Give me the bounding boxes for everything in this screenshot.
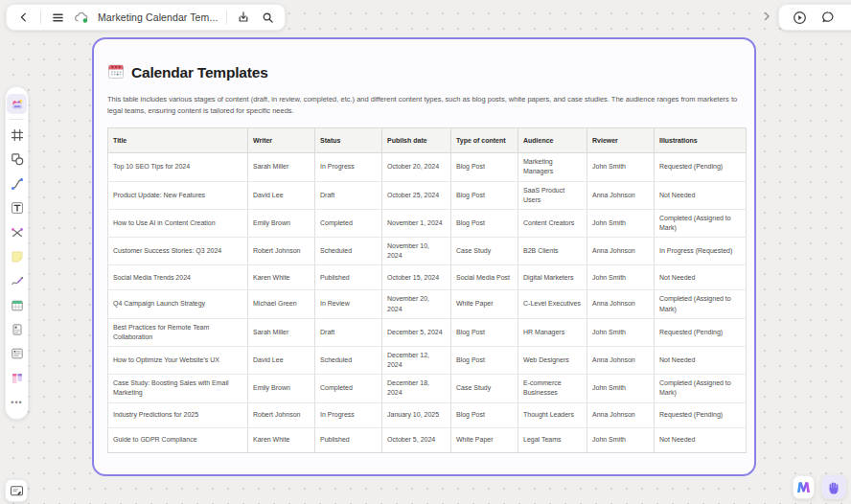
tool-document[interactable] [7, 320, 27, 340]
table-cell[interactable]: Requested (Pending) [655, 318, 747, 346]
table-cell[interactable]: In Progress (Requested) [655, 238, 747, 265]
table-cell[interactable]: David Lee [248, 181, 315, 209]
column-header[interactable]: Writer [248, 128, 315, 153]
table-cell[interactable]: October 15, 2024 [382, 265, 451, 290]
hand-tool-button[interactable] [821, 474, 846, 499]
column-header[interactable]: Status [315, 128, 382, 153]
table-cell[interactable]: Not Needed [655, 427, 747, 452]
table-cell[interactable]: Guide to GDPR Compliance [108, 427, 248, 452]
tool-connector[interactable] [7, 173, 27, 194]
column-header[interactable]: Illustrations [655, 128, 747, 153]
table-cell[interactable]: Blog Post [451, 153, 518, 181]
tool-list[interactable] [7, 344, 27, 364]
tool-frame[interactable] [7, 126, 27, 146]
table-cell[interactable]: In Review [315, 290, 382, 318]
table-cell[interactable]: John Smith [587, 153, 655, 181]
table-cell[interactable]: Completed (Assigned to Mark) [655, 209, 747, 237]
table-cell[interactable]: Completed (Assigned to Mark) [655, 290, 747, 318]
table-cell[interactable]: David Lee [248, 346, 315, 374]
tool-kanban[interactable] [7, 368, 27, 388]
tool-sticky-note[interactable] [7, 246, 27, 266]
table-cell[interactable]: In Progress [315, 402, 382, 427]
table-cell[interactable]: Blog Post [451, 346, 518, 374]
table-cell[interactable]: October 25, 2024 [382, 181, 451, 209]
table-cell[interactable]: White Paper [451, 427, 518, 452]
table-cell[interactable]: Q4 Campaign Launch Strategy [108, 290, 248, 318]
quick-note-button[interactable] [5, 479, 28, 502]
table-cell[interactable]: Blog Post [451, 402, 518, 427]
table-cell[interactable]: Published [315, 265, 382, 290]
table-cell[interactable]: Scheduled [315, 238, 382, 265]
table-cell[interactable]: Industry Predictions for 2025 [108, 402, 248, 427]
table-cell[interactable]: Marketing Managers [518, 153, 587, 181]
table-cell[interactable]: Not Needed [655, 181, 747, 209]
table-cell[interactable]: Top 10 SEO Tips for 2024 [108, 153, 248, 181]
table-cell[interactable]: Digital Marketers [518, 265, 587, 290]
table-cell[interactable]: B2B Clients [518, 238, 587, 265]
table-cell[interactable]: SaaS Product Users [518, 181, 587, 209]
table-cell[interactable]: Anna Johnson [587, 238, 655, 265]
comment-icon[interactable] [820, 10, 836, 25]
back-icon[interactable] [16, 10, 32, 25]
tool-more[interactable]: ••• [7, 393, 27, 413]
table-cell[interactable]: Not Needed [655, 265, 747, 290]
table-cell[interactable]: January 10, 2025 [382, 402, 451, 427]
table-cell[interactable]: Anna Johnson [587, 181, 655, 209]
table-cell[interactable]: Case Study: Boosting Sales with Email Ma… [108, 375, 248, 402]
table-cell[interactable]: November 10, 2024 [382, 238, 451, 265]
table-cell[interactable]: Case Study [451, 238, 518, 265]
column-header[interactable]: Pubilsh date [382, 128, 451, 153]
table-cell[interactable]: November 20, 2024 [382, 290, 451, 318]
table-cell[interactable]: Published [315, 427, 382, 452]
table-cell[interactable]: Content Creators [518, 209, 587, 237]
table-cell[interactable]: John Smith [587, 375, 655, 402]
table-cell[interactable]: Sarah Miller [248, 153, 315, 181]
table-cell[interactable]: Robert Johnson [248, 238, 315, 265]
table-cell[interactable]: Product Update: New Features [108, 181, 248, 209]
table-cell[interactable]: October 5, 2024 [382, 427, 451, 452]
tool-mindmap[interactable] [7, 222, 27, 242]
table-cell[interactable]: Requested (Pending) [655, 153, 747, 181]
table-cell[interactable]: How to Optimize Your Website's UX [108, 346, 248, 374]
table-cell[interactable]: E-commerce Businesses [518, 375, 587, 402]
table-cell[interactable]: Social Media Trends 2024 [108, 265, 248, 290]
table-cell[interactable]: John Smith [587, 318, 655, 346]
table-cell[interactable]: Legal Teams [518, 427, 587, 452]
table-cell[interactable]: Sarah Miller [248, 318, 315, 346]
table-cell[interactable]: Requested (Pending) [655, 402, 747, 427]
table-cell[interactable]: Blog Post [451, 209, 518, 237]
table-cell[interactable]: Karen White [248, 265, 315, 290]
table-cell[interactable]: Completed [315, 375, 382, 402]
table-cell[interactable]: December 5, 2024 [382, 318, 451, 346]
table-cell[interactable]: John Smith [587, 209, 655, 237]
whiteboard-canvas[interactable]: Marketing Calendar Tem... [0, 0, 851, 504]
table-cell[interactable]: Draft [315, 318, 382, 346]
table-cell[interactable]: Blog Post [451, 181, 518, 209]
table-cell[interactable]: Anna Johnson [587, 290, 655, 318]
table-cell[interactable]: Social Media Post [451, 265, 518, 290]
table-cell[interactable]: Michael Green [248, 290, 315, 318]
table-cell[interactable]: November 1, 2024 [382, 209, 451, 237]
tool-pen[interactable] [7, 271, 27, 291]
export-icon[interactable] [236, 10, 251, 25]
table-cell[interactable]: Web Designers [518, 346, 587, 374]
table-cell[interactable]: Customer Success Stories: Q3 2024 [108, 238, 248, 265]
card-title[interactable]: Calendar Templates [131, 64, 268, 81]
table-cell[interactable]: White Paper [451, 290, 518, 318]
table-cell[interactable]: Completed [315, 209, 382, 237]
table-cell[interactable]: Robert Johnson [248, 402, 315, 427]
tool-templates[interactable] [7, 94, 27, 114]
column-header[interactable]: Rviewer [587, 128, 655, 153]
table-cell[interactable]: Karen White [248, 427, 315, 452]
app-logo-button[interactable] [793, 475, 815, 499]
play-icon[interactable] [792, 10, 807, 25]
table-cell[interactable]: October 20, 2024 [382, 153, 451, 181]
table-cell[interactable]: John Smith [587, 265, 655, 290]
table-cell[interactable]: Case Study [451, 375, 518, 402]
menu-icon[interactable] [50, 10, 65, 25]
table-cell[interactable]: Scheduled [315, 346, 382, 374]
search-icon[interactable] [260, 10, 275, 25]
document-title[interactable]: Marketing Calendar Tem... [98, 11, 218, 23]
column-header[interactable]: Audience [518, 128, 587, 153]
table-cell[interactable]: Emily Brown [248, 375, 315, 402]
